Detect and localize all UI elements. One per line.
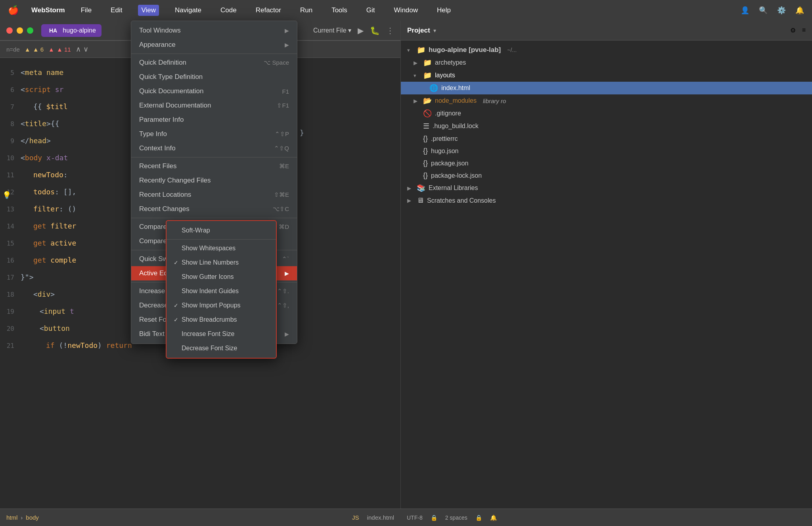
menu-code[interactable]: Code (217, 5, 240, 16)
tree-item-package-lock-json[interactable]: {} package-lock.json (401, 169, 812, 182)
menu-window[interactable]: Window (391, 5, 421, 16)
close-button[interactable] (6, 27, 13, 34)
project-collapse-icon[interactable]: ≡ (802, 27, 806, 34)
shortcut-label: ⌘E (279, 163, 289, 170)
breadcrumb-sep: › (21, 514, 23, 521)
breadcrumb-html: html (6, 514, 17, 521)
menu-label: Recently Changed Files (139, 177, 211, 184)
account-icon[interactable]: 👤 (741, 6, 749, 15)
menu-item-soft-wrap[interactable]: Soft-Wrap (167, 223, 276, 238)
json-icon: {} (423, 159, 428, 167)
project-chevron[interactable]: ▾ (433, 27, 436, 34)
menu-navigate[interactable]: Navigate (172, 5, 205, 16)
project-tree: ▾ 📁 hugo-alpine [pvue-lab] ~/... ▶ 📁 arc… (401, 40, 812, 210)
run-icon[interactable]: ▶ (358, 26, 364, 35)
menu-item-decrease-font-size[interactable]: Decrease Font Size (167, 341, 276, 355)
check-icon: ✓ (174, 317, 182, 323)
submenu-arrow-icon: ▶ (285, 27, 289, 34)
menu-edit[interactable]: Edit (107, 5, 125, 16)
menu-item-context-info[interactable]: Context Info ⌃⇧Q (131, 141, 297, 155)
menu-item-recent-locations[interactable]: Recent Locations ⇧⌘E (131, 188, 297, 202)
debug-icon[interactable]: 🐛 (370, 26, 380, 35)
item-label: package.json (431, 160, 468, 167)
tree-item-hugo-build-lock[interactable]: ☰ .hugo_build.lock (401, 120, 812, 132)
tree-item-prettierrc[interactable]: {} .prettierrc (401, 132, 812, 145)
menu-refactor[interactable]: Refactor (253, 5, 284, 16)
menu-help[interactable]: Help (434, 5, 454, 16)
menu-item-appearance[interactable]: Appearance ▶ (131, 38, 297, 52)
menu-item-external-documentation[interactable]: External Documentation ⇧F1 (131, 98, 297, 113)
console-icon: 🖥 (417, 196, 424, 205)
no-entry-icon: 🚫 (423, 109, 432, 118)
tree-item-root[interactable]: ▾ 📁 hugo-alpine [pvue-lab] ~/... (401, 44, 812, 56)
shortcut-label: ⌘D (279, 223, 289, 230)
menu-label: Show Gutter Icons (182, 273, 234, 280)
menu-item-recently-changed-files[interactable]: Recently Changed Files (131, 173, 297, 188)
project-settings-icon[interactable]: ⚙ (790, 27, 796, 34)
item-label: layouts (435, 72, 455, 79)
bell-icon: 🔔 (490, 514, 497, 521)
item-label: External Libraries (429, 184, 478, 192)
menu-run[interactable]: Run (297, 5, 316, 16)
menu-view[interactable]: View (138, 5, 159, 16)
tree-item-archetypes[interactable]: ▶ 📁 archetypes (401, 56, 812, 69)
notification-icon[interactable]: 🔔 (795, 6, 804, 15)
editor-tab[interactable]: HA hugo-alpine (41, 24, 102, 37)
menu-label: Recent Locations (139, 191, 191, 199)
menu-item-tool-windows[interactable]: Tool Windows ▶ (131, 23, 297, 38)
project-status-bar: UTF-8 🔒 2 spaces 🔒 🔔 (400, 509, 812, 526)
menu-label: Show Breadcrumbs (182, 316, 237, 323)
menu-item-recent-files[interactable]: Recent Files ⌘E (131, 159, 297, 173)
menu-item-show-import-popups[interactable]: ✓ Show Import Popups (167, 298, 276, 313)
menubar: 🍎 WebStorm File Edit View Navigate Code … (0, 0, 812, 21)
current-file-selector[interactable]: Current File ▾ (313, 27, 351, 34)
search-icon[interactable]: 🔍 (759, 6, 768, 15)
menu-item-type-info[interactable]: Type Info ⌃⇧P (131, 127, 297, 141)
shortcut-label: ⇧F1 (277, 102, 289, 109)
shortcut-label: ⌃⇧P (275, 131, 289, 138)
tree-item-node-modules[interactable]: ▶ 📂 node_modules library ro (401, 94, 812, 107)
menu-git[interactable]: Git (363, 5, 378, 16)
project-title: Project (407, 27, 430, 35)
shortcut-label: F1 (282, 88, 289, 95)
menu-item-quick-documentation[interactable]: Quick Documentation F1 (131, 84, 297, 98)
nav-up[interactable]: ∧ (76, 45, 81, 54)
tree-item-layouts[interactable]: ▾ 📁 layouts (401, 69, 812, 82)
shortcut-label: ⌥ Space (264, 59, 289, 66)
expand-arrow: ▾ (414, 73, 420, 79)
menu-item-quick-type-definition[interactable]: Quick Type Definition (131, 70, 297, 84)
maximize-button[interactable] (27, 27, 33, 34)
menu-item-show-breadcrumbs[interactable]: ✓ Show Breadcrumbs (167, 313, 276, 327)
apple-menu[interactable]: 🍎 (8, 5, 19, 15)
item-label: .hugo_build.lock (433, 123, 479, 130)
menu-label: Parameter Info (139, 116, 184, 124)
item-label: index.html (441, 84, 470, 92)
tree-item-hugo-json[interactable]: {} hugo.json (401, 145, 812, 157)
minimize-button[interactable] (17, 27, 23, 34)
tree-item-index-html[interactable]: 🌐 index.html (401, 82, 812, 94)
menu-item-show-gutter-icons[interactable]: Show Gutter Icons (167, 270, 276, 284)
menu-item-show-indent-guides[interactable]: Show Indent Guides (167, 284, 276, 298)
more-icon[interactable]: ⋮ (386, 26, 394, 35)
menu-item-quick-definition[interactable]: Quick Definition ⌥ Space (131, 56, 297, 70)
tree-item-external-libraries[interactable]: ▶ 📚 External Libraries (401, 182, 812, 194)
menu-item-recent-changes[interactable]: Recent Changes ⌥⇧C (131, 202, 297, 216)
menu-label: Tool Windows (139, 27, 181, 35)
tab-icon: HA (47, 27, 59, 35)
settings-icon[interactable]: ⚙️ (777, 6, 786, 15)
menu-item-show-line-numbers[interactable]: ✓ Show Line Numbers (167, 255, 276, 270)
menu-tools[interactable]: Tools (328, 5, 350, 16)
menu-item-increase-font-size[interactable]: Increase Font Size (167, 327, 276, 341)
expand-arrow: ▶ (414, 98, 420, 104)
indent-label: 2 spaces (445, 514, 467, 521)
menu-item-parameter-info[interactable]: Parameter Info (131, 113, 297, 127)
tree-item-package-json[interactable]: {} package.json (401, 157, 812, 169)
nav-down[interactable]: ∨ (83, 45, 88, 54)
menu-file[interactable]: File (78, 5, 95, 16)
git-icon: 🔒 (431, 514, 437, 521)
menu-item-show-whitespaces[interactable]: Show Whitespaces (167, 241, 276, 255)
tree-item-gitignore[interactable]: 🚫 .gitignore (401, 107, 812, 120)
list-icon: ☰ (423, 122, 429, 131)
menu-label: Soft-Wrap (182, 227, 210, 234)
tree-item-scratches-consoles[interactable]: ▶ 🖥 Scratches and Consoles (401, 194, 812, 207)
